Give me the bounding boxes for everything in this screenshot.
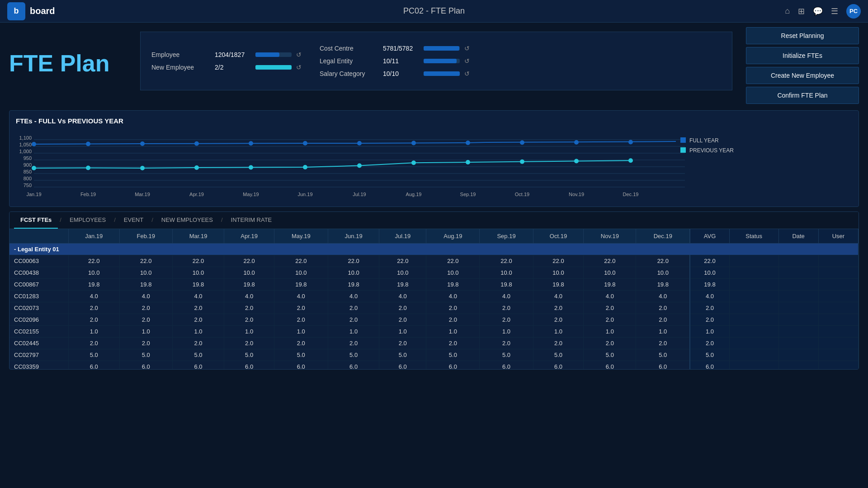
svg-text:Dec.19: Dec.19 [623, 192, 639, 197]
col-header-sep: Sep.19 [480, 229, 533, 244]
filter-cost-centre: Cost Centre 5781/5782 ↺ [320, 45, 470, 52]
tab-interim-rate[interactable]: INTERIM RATE [225, 212, 278, 229]
grid-icon[interactable]: ⊞ [798, 6, 805, 16]
svg-text:Apr.19: Apr.19 [189, 192, 204, 197]
cost-centre-bar-fill [424, 46, 459, 51]
cost-centre-bar [424, 46, 460, 51]
svg-text:Oct.19: Oct.19 [515, 192, 529, 197]
new-employee-bar-fill [255, 65, 292, 70]
employee-label: Employee [151, 51, 210, 58]
employee-reset-icon[interactable]: ↺ [296, 51, 302, 58]
legal-entity-bar-fill [424, 59, 457, 63]
page-title: FTE Plan [9, 51, 109, 76]
svg-point-17 [86, 142, 90, 146]
col-header-jun: Jun.19 [328, 229, 379, 244]
legal-entity-value: 10/11 [383, 57, 419, 65]
col-header-mar: Mar.19 [172, 229, 224, 244]
salary-category-bar [424, 71, 460, 76]
employee-bar [255, 52, 292, 57]
confirm-fte-plan-button[interactable]: Confirm FTE Plan [746, 87, 859, 104]
cost-centre-reset-icon[interactable]: ↺ [464, 45, 470, 52]
tab-employees[interactable]: EMPLOYEES [63, 212, 112, 229]
fte-data-table: Jan.19 Feb.19 Mar.19 Apr.19 May.19 Jun.1… [9, 229, 859, 369]
svg-rect-52 [680, 137, 686, 143]
table-row: CC020732.02.02.02.02.02.02.02.02.02.02.0… [9, 302, 859, 314]
svg-text:750: 750 [24, 183, 32, 188]
svg-text:Jul.19: Jul.19 [353, 192, 366, 197]
svg-text:Jun.19: Jun.19 [297, 192, 312, 197]
col-header-nov: Nov.19 [584, 229, 636, 244]
chat-icon[interactable]: 💬 [813, 6, 823, 16]
chart-title: FTEs - FULL Vs PREVIOUS YEAR [16, 117, 852, 125]
data-table-section: FCST FTEs / EMPLOYEES / EVENT / NEW EMPL… [9, 211, 859, 370]
filter-col-left: Employee 1204/1827 ↺ New Employee 2/2 ↺ [151, 51, 302, 71]
employee-value: 1204/1827 [215, 51, 251, 58]
svg-text:900: 900 [24, 162, 32, 168]
table-row: CC0043810.010.010.010.010.010.010.010.01… [9, 267, 859, 279]
svg-point-20 [249, 141, 253, 145]
filter-bar: Employee 1204/1827 ↺ New Employee 2/2 ↺ [140, 32, 732, 90]
col-header-oct: Oct.19 [533, 229, 584, 244]
svg-text:PREVIOUS YEAR: PREVIOUS YEAR [689, 147, 734, 154]
new-employee-reset-icon[interactable]: ↺ [296, 64, 302, 71]
svg-point-19 [194, 141, 199, 146]
svg-point-37 [520, 160, 524, 164]
svg-text:FULL YEAR: FULL YEAR [689, 137, 719, 144]
svg-point-21 [303, 141, 307, 145]
svg-point-24 [466, 141, 470, 145]
create-employee-button[interactable]: Create New Employee [746, 67, 859, 84]
fte-chart: 750 800 850 900 950 1,000 1,050 1,100 [16, 128, 739, 198]
legal-entity-reset-icon[interactable]: ↺ [464, 57, 470, 65]
svg-text:Aug.19: Aug.19 [406, 192, 422, 197]
filter-legal-entity: Legal Entity 10/11 ↺ [320, 57, 470, 65]
table-row: CC020962.02.02.02.02.02.02.02.02.02.02.0… [9, 314, 859, 326]
svg-point-39 [628, 158, 633, 163]
col-header-status: Status [729, 229, 778, 244]
svg-point-28 [32, 166, 36, 170]
table-header-row: Jan.19 Feb.19 Mar.19 Apr.19 May.19 Jun.1… [9, 229, 859, 244]
svg-text:Sep.19: Sep.19 [460, 192, 476, 197]
col-header-aug: Aug.19 [426, 229, 480, 244]
nav-icons: ⌂ ⊞ 💬 ☰ PC [785, 4, 861, 19]
menu-icon[interactable]: ☰ [831, 6, 838, 16]
salary-category-reset-icon[interactable]: ↺ [464, 70, 470, 77]
salary-category-value: 10/10 [383, 70, 419, 77]
home-icon[interactable]: ⌂ [785, 6, 790, 16]
reset-planning-button[interactable]: Reset Planning [746, 27, 859, 44]
svg-point-27 [628, 140, 633, 145]
page-nav-title: PC02 - FTE Plan [403, 6, 465, 16]
brand-name: board [30, 6, 55, 16]
salary-category-label: Salary Category [320, 70, 378, 77]
svg-text:1,000: 1,000 [19, 149, 32, 154]
svg-point-18 [140, 141, 145, 146]
svg-point-25 [520, 141, 524, 145]
cost-centre-label: Cost Centre [320, 45, 378, 52]
tab-event[interactable]: EVENT [118, 212, 150, 229]
svg-point-22 [357, 141, 362, 145]
col-header-avg: AVG [690, 229, 729, 244]
new-employee-label: New Employee [151, 64, 210, 71]
svg-point-34 [357, 164, 362, 168]
svg-text:Feb.19: Feb.19 [80, 192, 96, 197]
col-header-date: Date [778, 229, 818, 244]
chart-section: FTEs - FULL Vs PREVIOUS YEAR 750 800 850… [9, 110, 859, 207]
top-navigation: b board PC02 - FTE Plan ⌂ ⊞ 💬 ☰ PC [0, 0, 868, 23]
svg-point-36 [466, 160, 470, 164]
tab-fcst-ftes[interactable]: FCST FTEs [14, 212, 58, 229]
new-employee-value: 2/2 [215, 64, 251, 71]
svg-point-16 [32, 142, 36, 146]
table-scroll-container[interactable]: Jan.19 Feb.19 Mar.19 Apr.19 May.19 Jun.1… [9, 229, 859, 369]
new-employee-bar [255, 65, 292, 70]
filter-employee: Employee 1204/1827 ↺ [151, 51, 302, 58]
table-row: CC021551.01.01.01.01.01.01.01.01.01.01.0… [9, 326, 859, 338]
tab-new-employees[interactable]: NEW EMPLOYEES [155, 212, 219, 229]
initialize-ftes-button[interactable]: Initialize FTEs [746, 47, 859, 64]
table-row: CC0086719.819.819.819.819.819.819.819.81… [9, 279, 859, 291]
filter-new-employee: New Employee 2/2 ↺ [151, 64, 302, 71]
svg-rect-54 [680, 147, 686, 153]
svg-point-30 [140, 166, 145, 170]
user-avatar[interactable]: PC [846, 4, 861, 19]
filter-col-right: Cost Centre 5781/5782 ↺ Legal Entity 10/… [320, 45, 470, 77]
col-header-apr: Apr.19 [224, 229, 274, 244]
svg-point-38 [574, 159, 579, 164]
